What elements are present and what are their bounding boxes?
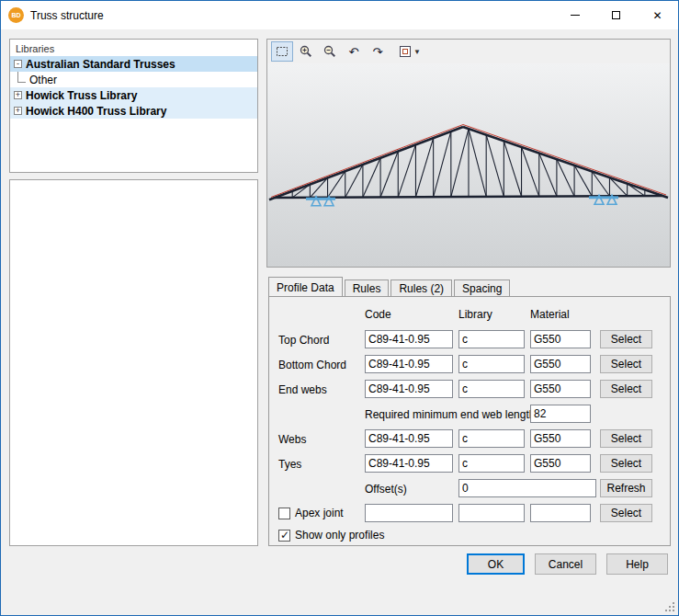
truss-structure-dialog: BD Truss structure ✕ Libraries - Austral… [0,0,679,616]
truss-list-panel[interactable] [9,179,258,546]
top-chord-row: Top Chord Select [269,330,670,349]
app-icon: BD [8,7,24,23]
bottom-chord-material-input[interactable] [530,355,591,373]
resize-grip[interactable] [664,601,675,612]
top-chord-library-input[interactable] [458,330,525,348]
tyes-label: Tyes [278,458,301,471]
profile-data-panel: Code Library Material Top Chord Select B… [268,296,671,546]
show-only-profiles-checkbox[interactable] [278,530,290,542]
zoom-window-button[interactable] [271,41,293,62]
collapse-icon[interactable]: - [14,60,22,68]
tree-item-label: Howick Truss Library [26,89,137,102]
apex-select-button[interactable]: Select [600,504,652,522]
rotate-left-icon: ↶ [349,46,359,58]
zoom-in-icon [299,44,313,59]
end-webs-code-input[interactable] [365,380,453,398]
webs-material-input[interactable] [530,429,591,448]
end-webs-material-input[interactable] [530,380,591,398]
close-button[interactable]: ✕ [637,1,678,29]
refresh-button[interactable]: Refresh [600,479,652,497]
dropdown-arrow-icon: ▼ [413,48,422,56]
expand-icon[interactable]: + [14,91,22,99]
top-chord-code-input[interactable] [365,330,453,348]
tyes-select-button[interactable]: Select [600,454,652,473]
apex-code-input[interactable] [365,504,453,522]
apex-joint-label: Apex joint [295,507,344,519]
top-chord-material-input[interactable] [530,330,591,348]
library-column-header: Library [458,308,492,321]
end-web-length-label: Required minimum end web length [365,408,535,421]
tyes-material-input[interactable] [530,454,591,473]
end-web-length-row: Required minimum end web length [269,405,670,424]
end-webs-library-input[interactable] [458,380,525,398]
ok-button[interactable]: OK [467,553,525,575]
tree-item-australian-standard-trusses[interactable]: - Australian Standard Trusses [10,56,257,72]
bottom-chord-select-button[interactable]: Select [600,355,652,373]
zoom-out-icon [323,44,337,59]
apex-joint-row: Apex joint Select [269,504,670,523]
bottom-chord-code-input[interactable] [365,355,453,373]
minimize-icon [571,15,580,16]
apex-joint-checkbox[interactable] [278,508,290,519]
webs-label: Webs [278,433,306,446]
top-chord-label: Top Chord [278,334,329,347]
webs-code-input[interactable] [365,429,453,448]
zoom-out-button[interactable] [319,41,341,62]
rotate-left-button[interactable]: ↶ [343,41,365,62]
end-web-length-input[interactable] [530,405,591,423]
tyes-row: Tyes Select [269,454,670,473]
top-chord-select-button[interactable]: Select [600,330,652,348]
viewer-toolbar: ↶ ↷ ▼ [267,40,670,63]
tree-item-other[interactable]: Other [10,72,257,87]
offset-input[interactable] [458,479,596,497]
libraries-header: Libraries [10,40,257,56]
titlebar[interactable]: BD Truss structure ✕ [1,1,678,29]
apex-material-input[interactable] [530,504,591,522]
tabstrip: Profile Data Rules Rules (2) Spacing [268,277,512,296]
fit-view-button[interactable]: ▼ [394,41,425,62]
rotate-right-button[interactable]: ↷ [367,41,389,62]
zoom-window-icon [275,44,289,59]
tyes-code-input[interactable] [365,454,453,473]
truss-preview [267,63,670,267]
tree-item-howick-h400-truss-library[interactable]: + Howick H400 Truss Library [10,103,257,119]
bottom-chord-row: Bottom Chord Select [269,355,670,374]
offset-row: Offset(s) Refresh [269,479,670,498]
tyes-library-input[interactable] [458,454,525,473]
expand-icon[interactable]: + [14,107,22,115]
tab-spacing[interactable]: Spacing [454,279,510,296]
tree-item-label: Howick H400 Truss Library [26,105,166,118]
minimize-button[interactable] [554,1,595,29]
webs-row: Webs Select [269,429,670,449]
end-webs-row: End webs Select [269,380,670,399]
column-headers: Code Library Material [269,304,670,324]
window-controls: ✕ [554,1,678,29]
tab-rules[interactable]: Rules [345,279,390,296]
cancel-button[interactable]: Cancel [535,553,596,575]
window-title: Truss structure [30,9,104,22]
tree-connector [17,72,26,83]
tab-profile-data[interactable]: Profile Data [268,277,343,296]
zoom-in-button[interactable] [295,41,317,62]
tree-item-howick-truss-library[interactable]: + Howick Truss Library [10,87,257,103]
truss-canvas[interactable] [267,63,670,267]
apex-library-input[interactable] [458,504,525,522]
maximize-button[interactable] [595,1,637,29]
end-webs-label: End webs [278,383,327,396]
tab-rules-2[interactable]: Rules (2) [390,279,452,296]
material-column-header: Material [530,308,570,321]
offset-label: Offset(s) [365,483,407,496]
close-icon: ✕ [652,10,662,21]
maximize-icon [612,11,620,19]
webs-select-button[interactable]: Select [600,429,652,448]
bottom-chord-label: Bottom Chord [278,359,346,371]
fit-view-icon [398,44,413,59]
libraries-panel: Libraries - Australian Standard Trusses … [9,39,258,173]
code-column-header: Code [365,308,391,321]
bottom-chord-library-input[interactable] [458,355,525,373]
tree-item-label: Other [29,74,57,86]
end-webs-select-button[interactable]: Select [600,380,652,398]
webs-library-input[interactable] [458,429,525,448]
show-only-profiles-label: Show only profiles [295,529,384,542]
help-button[interactable]: Help [606,553,668,575]
